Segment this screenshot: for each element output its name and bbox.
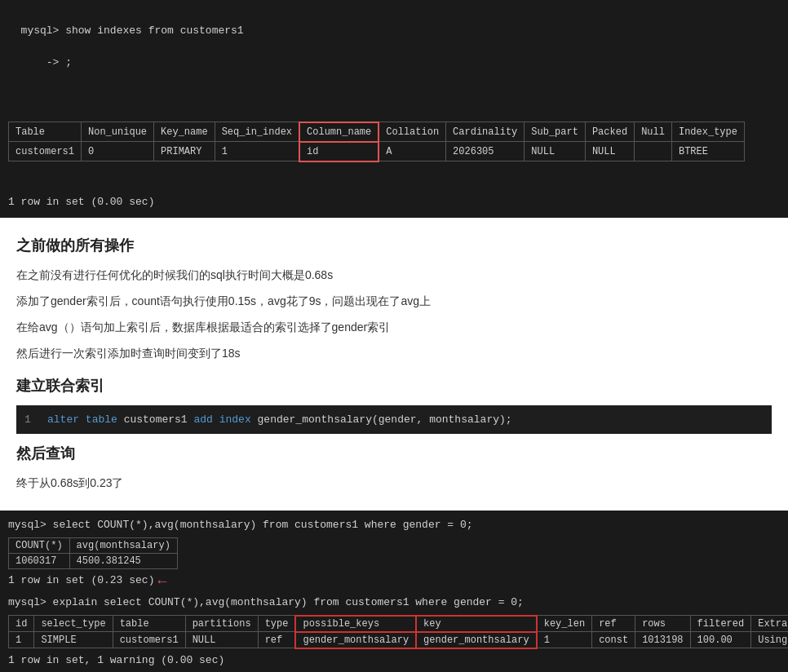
query1-line: mysql> select COUNT(*),avg(monthsalary) … — [8, 517, 780, 534]
col-collation: Collation — [379, 122, 445, 142]
section3-title: 然后查询 — [16, 444, 772, 463]
kw-add: add — [193, 413, 212, 426]
section1-line1: 添加了gender索引后，count语句执行使用0.15s，avg花了9s，问题… — [16, 290, 772, 312]
r2-col-table: table — [113, 616, 185, 632]
r2-val-rows: 1013198 — [635, 632, 690, 648]
kw-space2: customers1 — [124, 413, 194, 426]
terminal-top: mysql> show indexes from customers1 -> ;… — [0, 0, 788, 218]
r2-val-seltype: SIMPLE — [34, 632, 113, 648]
arrow-icon: ← — [157, 573, 166, 590]
r2-val-ref: const — [592, 632, 635, 648]
section2-title: 建立联合索引 — [16, 376, 772, 396]
r2-val-extra: Using in — [751, 632, 788, 648]
col-table: Table — [9, 122, 82, 142]
col-sub-part: Sub_part — [525, 122, 586, 142]
kw-alter: alter — [47, 413, 79, 426]
val-index-type: BTREE — [671, 142, 744, 161]
r2-val-partitions: NULL — [185, 632, 258, 648]
val-table: customers1 — [9, 142, 82, 161]
result2-table: id select_type table partitions type pos… — [8, 615, 788, 649]
r2-col-keylen: key_len — [537, 616, 592, 632]
r2-col-filtered: filtered — [690, 616, 751, 632]
kw-rest: gender_monthsalary(gender, monthsalary); — [258, 413, 512, 426]
col-column-name: Column_name — [299, 122, 379, 142]
r2-col-partitions: partitions — [185, 616, 258, 632]
content-area: 之前做的所有操作 在之前没有进行任何优化的时候我们的sql执行时间大概是0.68… — [0, 218, 788, 511]
kw-table: table — [86, 413, 117, 426]
query2-line: mysql> explain select COUNT(*),avg(month… — [8, 595, 780, 612]
r1-col-count: COUNT(*) — [9, 538, 70, 554]
col-key-name: Key_name — [154, 122, 215, 142]
r2-val-keylen: 1 — [537, 632, 592, 648]
col-null: Null — [635, 122, 672, 142]
val-cardinality: 2026305 — [446, 142, 525, 161]
r2-col-key: key — [416, 616, 537, 632]
col-seq: Seq_in_index — [215, 122, 299, 142]
r2-val-id: 1 — [9, 632, 34, 648]
r2-val-possible-keys: gender_monthsalary — [295, 632, 416, 648]
col-index-type: Index_type — [671, 122, 744, 142]
footer2-text: 1 row in set, 1 warning (0.00 sec) — [8, 652, 780, 670]
r2-val-table: customers1 — [113, 632, 185, 648]
r2-col-id: id — [9, 616, 34, 632]
r2-col-type: type — [258, 616, 295, 632]
top-query-line2: -> ; — [21, 56, 72, 69]
r2-col-possible-keys: possible_keys — [295, 616, 416, 632]
top-query-line1: mysql> show indexes from customers1 — [21, 24, 244, 37]
kw-index: index — [219, 413, 251, 426]
val-collation: A — [379, 142, 445, 161]
r2-val-filtered: 100.00 — [690, 632, 751, 648]
val-null — [635, 142, 672, 161]
r1-col-avg: avg(monthsalary) — [69, 538, 177, 554]
footer1-text: 1 row in set (0.23 sec) — [8, 573, 154, 590]
section1-line2: 在给avg（）语句加上索引后，数据库根据最适合的索引选择了gender索引 — [16, 316, 772, 338]
val-key-name: PRIMARY — [154, 142, 215, 161]
section1-line3: 然后进行一次索引添加时查询时间变到了18s — [16, 342, 772, 365]
r2-col-rows: rows — [635, 616, 690, 632]
section3-line: 终于从0.68s到0.23了 — [16, 471, 772, 494]
section1-line0: 在之前没有进行任何优化的时候我们的sql执行时间大概是0.68s — [16, 263, 772, 286]
r2-col-seltype: select_type — [34, 616, 113, 632]
r1-val-avg: 4500.381245 — [69, 554, 177, 569]
val-non-unique: 0 — [82, 142, 154, 161]
section1-title: 之前做的所有操作 — [16, 236, 772, 255]
val-column-name: id — [299, 142, 379, 161]
result1-table: COUNT(*) avg(monthsalary) 1060317 4500.3… — [8, 537, 178, 569]
col-cardinality: Cardinality — [446, 122, 525, 142]
terminal-bottom: mysql> select COUNT(*),avg(monthsalary) … — [0, 511, 788, 672]
r2-col-extra: Extra — [751, 616, 788, 632]
top-footer: 1 row in set (0.00 sec) — [8, 196, 154, 208]
indexes-table: Table Non_unique Key_name Seq_in_index C… — [8, 122, 745, 162]
col-packed: Packed — [585, 122, 634, 142]
r2-val-key: gender_monthsalary — [416, 632, 537, 648]
r2-col-ref: ref — [592, 616, 635, 632]
r2-val-type: ref — [258, 632, 295, 648]
val-packed: NULL — [585, 142, 634, 161]
col-non-unique: Non_unique — [82, 122, 154, 142]
line-number: 1 — [24, 410, 36, 429]
code-content: alter table customers1 add index gender_… — [47, 410, 512, 429]
code-block: 1 alter table customers1 add index gende… — [16, 405, 772, 434]
val-sub-part: NULL — [525, 142, 586, 161]
r1-val-count: 1060317 — [9, 554, 70, 569]
val-seq: 1 — [215, 142, 299, 161]
